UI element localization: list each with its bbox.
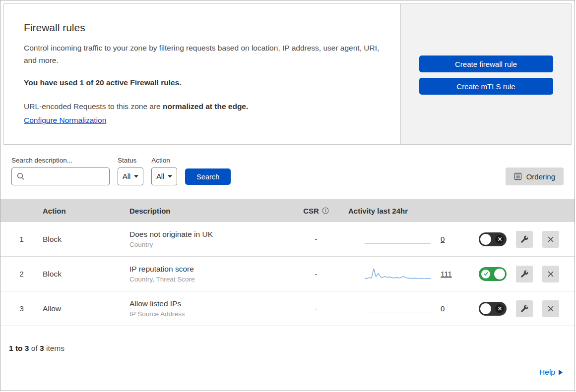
delete-rule-button[interactable] <box>542 266 559 282</box>
header-description: Description <box>129 207 291 215</box>
search-field-wrap <box>11 168 110 185</box>
rule-enabled-toggle[interactable] <box>479 267 507 281</box>
action-dropdown[interactable]: All <box>151 168 177 185</box>
rule-priority: 1 <box>0 235 43 244</box>
ordering-button[interactable]: Ordering <box>506 168 564 185</box>
normalization-text: URL-encoded Requests to this zone are <box>24 102 163 111</box>
action-label: Action <box>151 157 177 164</box>
activity-count-link[interactable]: 111 <box>441 270 452 278</box>
rule-description: IP reputation score <box>129 265 286 274</box>
rule-criteria: Country <box>129 241 286 248</box>
search-label: Search description... <box>11 157 110 164</box>
rule-description-cell: Does not originate in UK Country <box>129 230 291 248</box>
table-row: 3 Allow Allow listed IPs IP Source Addre… <box>0 291 575 326</box>
rule-activity-cell: 0 <box>341 301 465 317</box>
create-firewall-rule-button[interactable]: Create firewall rule <box>419 56 553 72</box>
activity-sparkline <box>365 266 431 282</box>
page-description: Control incoming traffic to your zone by… <box>24 42 381 66</box>
close-icon <box>547 271 554 278</box>
overview-card: Firewall rules Control incoming traffic … <box>3 3 572 145</box>
header-csr-label: CSR <box>303 207 319 215</box>
create-mtls-rule-button[interactable]: Create mTLS rule <box>419 78 553 95</box>
edit-rule-button[interactable] <box>516 300 533 317</box>
page-title: Firewall rules <box>24 22 381 34</box>
help-bar: Help <box>0 361 575 383</box>
firewall-rules-page: Firewall rules Control incoming traffic … <box>0 0 575 391</box>
activity-count-link[interactable]: 0 <box>441 235 445 243</box>
ordering-list-icon <box>514 172 522 180</box>
chevron-down-icon <box>134 175 138 178</box>
rule-description-cell: IP reputation score Country, Threat Scor… <box>129 265 291 283</box>
rule-csr: - <box>291 304 341 313</box>
delete-rule-button[interactable] <box>542 231 559 248</box>
rule-criteria: Country, Threat Score <box>129 276 286 283</box>
rule-enabled-toggle[interactable] <box>479 232 507 246</box>
rule-controls <box>465 266 575 282</box>
close-icon <box>547 236 554 243</box>
activity-count-link[interactable]: 0 <box>441 304 445 313</box>
header-action: Action <box>43 207 129 215</box>
caret-right-icon <box>559 370 563 375</box>
help-link[interactable]: Help <box>539 368 563 377</box>
activity-sparkline <box>365 301 431 317</box>
filter-bar: Search description... Status All Action … <box>0 145 575 199</box>
rule-activity-cell: 111 <box>341 266 465 282</box>
table-row: 2 Block IP reputation score Country, Thr… <box>0 257 575 291</box>
delete-rule-button[interactable] <box>542 300 559 317</box>
wrench-icon <box>520 235 528 243</box>
info-icon[interactable] <box>322 207 329 214</box>
rule-controls <box>465 231 575 248</box>
x-icon <box>495 304 504 313</box>
header-csr: CSR <box>291 207 341 215</box>
intro-panel: Firewall rules Control incoming traffic … <box>4 4 401 144</box>
rule-priority: 2 <box>0 270 43 279</box>
edit-rule-button[interactable] <box>516 231 533 248</box>
rule-priority: 3 <box>0 304 43 313</box>
action-filter-group: Action All <box>151 157 177 185</box>
actions-panel: Create firewall rule Create mTLS rule <box>401 4 571 144</box>
rule-action: Allow <box>43 304 129 313</box>
check-icon <box>481 270 490 279</box>
rule-csr: - <box>291 270 341 279</box>
table-row: 1 Block Does not originate in UK Country… <box>0 222 575 257</box>
items-text: items <box>44 344 64 352</box>
rule-criteria: IP Source Address <box>129 310 286 318</box>
item-range: 1 to 3 <box>9 344 29 352</box>
wrench-icon <box>520 305 528 313</box>
rule-description: Allow listed IPs <box>129 299 286 308</box>
table-header-row: Action Description CSR Activity last 24h… <box>0 199 575 222</box>
normalization-note: URL-encoded Requests to this zone are no… <box>24 102 381 111</box>
flat-activity-line <box>365 313 431 313</box>
item-total: 3 <box>40 344 44 352</box>
status-dropdown-value: All <box>123 172 130 180</box>
rule-enabled-toggle[interactable] <box>479 302 507 316</box>
wrench-icon <box>520 270 528 278</box>
normalization-bold: normalized at the edge. <box>163 102 248 111</box>
search-input[interactable] <box>11 168 110 185</box>
range-of-text: of <box>29 344 40 352</box>
activity-sparkline <box>365 231 431 247</box>
ordering-button-label: Ordering <box>526 172 555 181</box>
rule-csr: - <box>291 235 341 244</box>
search-group: Search description... <box>11 157 110 185</box>
rule-action: Block <box>43 235 129 244</box>
toggle-knob <box>480 303 491 314</box>
action-dropdown-value: All <box>156 172 164 180</box>
status-dropdown[interactable]: All <box>118 168 143 185</box>
status-filter-group: Status All <box>118 157 143 185</box>
search-button[interactable]: Search <box>185 168 231 185</box>
close-icon <box>547 305 554 312</box>
pagination-summary: 1 to 3 of 3 items <box>0 326 575 361</box>
toggle-knob <box>494 269 505 280</box>
flat-activity-line <box>365 243 431 244</box>
rule-activity-cell: 0 <box>341 231 465 247</box>
usage-note: You have used 1 of 20 active Firewall ru… <box>24 78 381 87</box>
configure-normalization-link[interactable]: Configure Normalization <box>24 116 106 124</box>
rule-action: Block <box>43 270 129 279</box>
chevron-down-icon <box>168 175 172 178</box>
rule-description: Does not originate in UK <box>129 230 286 239</box>
rule-controls <box>465 300 575 317</box>
edit-rule-button[interactable] <box>516 266 533 282</box>
rule-description-cell: Allow listed IPs IP Source Address <box>129 299 291 318</box>
status-label: Status <box>118 157 143 164</box>
